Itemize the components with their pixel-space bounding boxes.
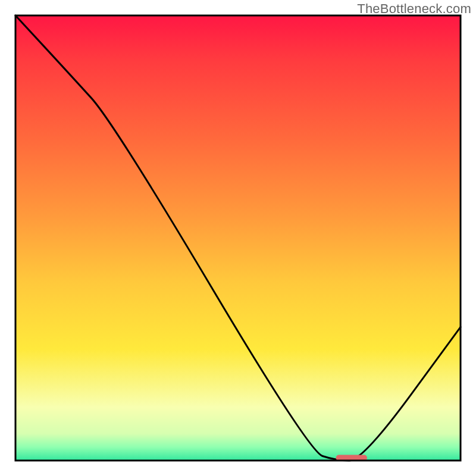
bottleneck-chart — [0, 0, 476, 476]
watermark-text: TheBottleneck.com — [357, 1, 471, 17]
chart-container: TheBottleneck.com — [0, 0, 476, 476]
plot-background — [15, 15, 461, 461]
